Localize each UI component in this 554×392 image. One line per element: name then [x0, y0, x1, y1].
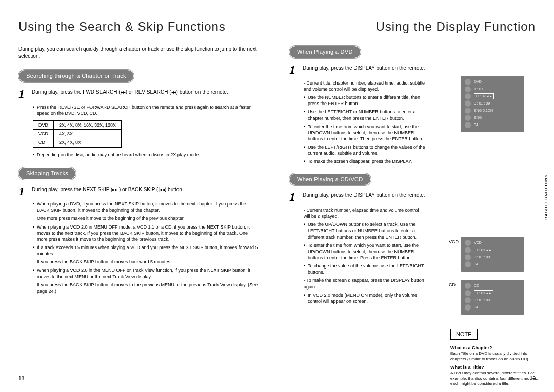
bullet: To change the value of the volume, use t… [304, 263, 426, 275]
volume-icon [465, 122, 471, 128]
side-tab: BASIC FUNCTIONS [544, 174, 549, 220]
section-search-heading: Searching through a Chapter or Track [18, 70, 134, 82]
clock-icon [465, 100, 471, 107]
bullet: When playing a VCD 2.0 in the MENU OFF o… [33, 267, 259, 279]
dash-note: - Current track number, elapsed time and… [304, 207, 426, 219]
table-cell: 2X, 4X, 8X [54, 138, 122, 147]
bullet: Use the LEFT/RIGHT or NUMBER buttons to … [304, 109, 426, 121]
step-text: During play, press the NEXT SKIP (▸▸|) o… [32, 186, 259, 197]
page-title-right: Using the Display Function [289, 18, 536, 35]
divider [18, 36, 259, 36]
volume-icon [465, 261, 471, 267]
title-icon [465, 247, 471, 253]
step-text: During play, press the DISPLAY button on… [303, 192, 426, 203]
bullet: When playing a DVD, if you press the NEX… [33, 201, 259, 213]
disc-icon [465, 79, 471, 85]
osd-panel-cd: CD T : 01 ◂ ▸ 0 : 01 : 09 04 [461, 280, 524, 315]
page-number-left: 18 [18, 375, 24, 382]
osd-panel-dvd: DVD T : 01 C : 02 ◂ ▸ 0 : 01 : 09 ENG 5.… [461, 76, 524, 132]
bullet: Press the REVERSE or FORWARD SEARCH butt… [33, 104, 259, 116]
step-number: 1 [289, 65, 299, 76]
chapter-icon [465, 93, 471, 99]
dash-note: - To make the screen disappear, press th… [304, 277, 426, 290]
plain-text: One more press makes it move to the begi… [37, 215, 259, 221]
step-number: 1 [18, 89, 28, 100]
panel-label-cd: CD [449, 282, 456, 288]
step-text: During play, press the DISPLAY button on… [303, 65, 426, 76]
audio-icon [465, 108, 471, 114]
subtitle-icon [465, 115, 471, 121]
osd-panel-vcd: VCD T : 01 ◂ ▸ 0 : 01 : 09 04 [461, 237, 524, 272]
note-label: NOTE [450, 329, 478, 340]
bullet: If a track exceeds 15 minutes when playi… [33, 244, 259, 257]
clock-icon [465, 297, 471, 303]
disc-icon [465, 240, 471, 246]
plain-text: If you press the BACK SKIP button, it mo… [37, 259, 259, 265]
title-icon [465, 290, 471, 296]
disc-icon [465, 283, 471, 289]
section-skip-heading: Skipping Tracks [18, 167, 76, 180]
page-number-right: 19 [530, 375, 536, 382]
speed-table: DVD2X, 4X, 8X, 16X, 32X, 128X VCD4X, 8X … [33, 120, 122, 147]
bullet: In VCD 2.0 mode (MENU ON mode), only the… [304, 292, 426, 304]
plain-text: If you press the BACK SKIP button, it mo… [37, 282, 259, 294]
dash-note: - Current title, chapter number, elapsed… [304, 80, 426, 92]
table-cell: DVD [33, 121, 54, 130]
table-cell: 4X, 8X [54, 130, 122, 138]
step-number: 1 [289, 192, 299, 203]
note-heading: What is a Title? [450, 364, 543, 370]
page-title-left: Using the Search & Skip Functions [18, 18, 259, 35]
section-cdvcd-heading: When Playing a CD/VCD [289, 173, 371, 186]
clock-icon [465, 254, 471, 260]
bullet: To enter the time from which you want to… [304, 242, 426, 261]
table-cell: VCD [33, 130, 54, 138]
step-text: During play, press the FWD SEARCH (▸▸) o… [32, 89, 259, 100]
volume-icon [465, 304, 471, 311]
subnote: Depending on the disc, audio may not be … [33, 152, 259, 158]
bullet: Use the UP/DOWN buttons to select a trac… [304, 221, 426, 240]
divider [289, 36, 536, 36]
step-number: 1 [18, 186, 28, 197]
note-heading: What is a Chapter? [450, 345, 543, 351]
table-cell: CD [33, 138, 54, 147]
note-text: A DVD may contain several different titl… [450, 370, 543, 387]
title-icon [465, 86, 471, 92]
note-block: NOTE What is a Chapter? Each Title on a … [450, 329, 543, 387]
bullet: To make the screen disappear, press the … [304, 158, 426, 164]
bullet: To enter the time from which you want to… [304, 123, 426, 142]
bullet: Use the LEFT/RIGHT buttons to change the… [304, 144, 426, 156]
bullet: When playing a VCD 2.0 in MENU OFF mode,… [33, 224, 259, 242]
bullet: Use the NUMBER buttons to enter a differ… [304, 94, 426, 107]
intro-text: During play, you can search quickly thro… [18, 46, 259, 59]
table-cell: 2X, 4X, 8X, 16X, 32X, 128X [54, 121, 122, 130]
note-text: Each Title on a DVD is usually divided i… [450, 351, 543, 362]
section-dvd-heading: When Playing a DVD [289, 46, 361, 58]
panel-label-vcd: VCD [449, 239, 459, 245]
